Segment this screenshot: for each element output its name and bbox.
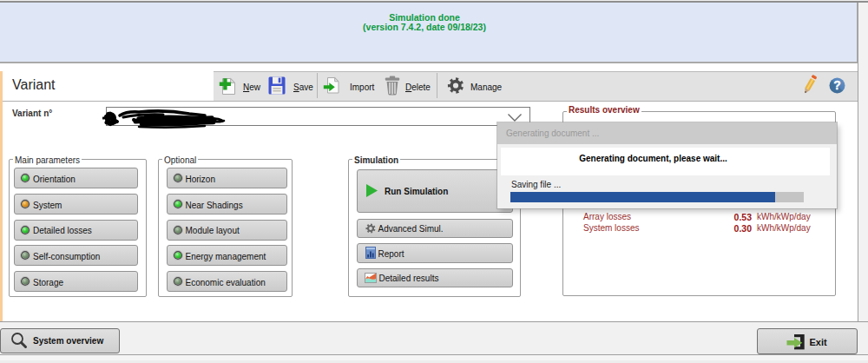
svg-text:?: ? <box>833 78 841 92</box>
